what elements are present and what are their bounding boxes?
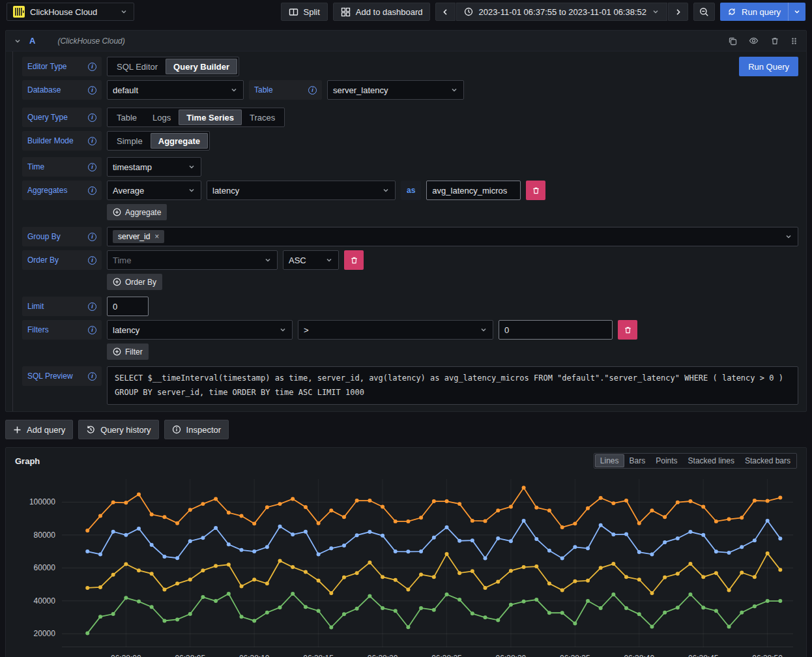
data-point[interactable]	[252, 549, 256, 553]
remove-order-by-button[interactable]	[344, 250, 364, 270]
data-point[interactable]	[701, 505, 705, 509]
data-point[interactable]	[406, 588, 410, 592]
data-point[interactable]	[304, 530, 308, 534]
data-point[interactable]	[227, 542, 231, 546]
data-point[interactable]	[573, 522, 577, 526]
option-sql-editor[interactable]: SQL Editor	[109, 59, 166, 74]
data-point[interactable]	[265, 505, 269, 509]
data-point[interactable]	[740, 516, 744, 519]
data-point[interactable]	[329, 626, 333, 630]
aggregate-function-select[interactable]: Average	[107, 181, 201, 200]
data-point[interactable]	[637, 521, 641, 525]
data-point[interactable]	[740, 546, 744, 549]
data-point[interactable]	[342, 613, 346, 617]
data-point[interactable]	[534, 506, 538, 510]
aggregate-column-select[interactable]: latency	[207, 181, 396, 200]
data-point[interactable]	[483, 519, 487, 523]
data-point[interactable]	[471, 519, 474, 523]
filter-column-select[interactable]: latency	[107, 320, 293, 340]
data-point[interactable]	[509, 603, 513, 607]
data-point[interactable]	[586, 506, 590, 510]
data-point[interactable]	[240, 585, 244, 589]
time-shift-forward-button[interactable]	[668, 3, 688, 21]
data-point[interactable]	[611, 501, 615, 505]
data-point[interactable]	[137, 600, 141, 604]
data-point[interactable]	[265, 546, 269, 549]
add-aggregate-button[interactable]: Aggregate	[107, 204, 167, 220]
data-point[interactable]	[85, 632, 89, 635]
data-point[interactable]	[381, 534, 384, 538]
data-point[interactable]	[599, 566, 603, 570]
data-point[interactable]	[124, 596, 128, 600]
data-point[interactable]	[98, 514, 102, 518]
data-point[interactable]	[201, 502, 205, 506]
data-point[interactable]	[342, 576, 346, 579]
data-point[interactable]	[227, 562, 231, 566]
data-point[interactable]	[150, 543, 154, 547]
data-point[interactable]	[317, 609, 321, 613]
option-stacked-bars[interactable]: Stacked bars	[740, 454, 796, 467]
data-point[interactable]	[637, 613, 641, 617]
data-point[interactable]	[444, 592, 448, 596]
data-point[interactable]	[381, 575, 384, 579]
data-point[interactable]	[496, 580, 500, 584]
data-point[interactable]	[98, 585, 102, 589]
data-point[interactable]	[547, 549, 551, 553]
data-point[interactable]	[162, 515, 166, 519]
data-point[interactable]	[714, 519, 718, 523]
split-button[interactable]: Split	[281, 3, 328, 21]
query-ref-id[interactable]: A	[29, 36, 35, 46]
data-point[interactable]	[368, 530, 371, 534]
data-point[interactable]	[586, 599, 590, 603]
data-point[interactable]	[85, 549, 89, 553]
data-point[interactable]	[329, 591, 333, 595]
delete-query-button[interactable]	[769, 35, 781, 47]
option-logs[interactable]: Logs	[145, 110, 179, 125]
hide-query-button[interactable]	[747, 35, 760, 47]
data-point[interactable]	[727, 589, 731, 592]
data-point[interactable]	[278, 502, 282, 506]
data-point[interactable]	[342, 515, 346, 519]
data-point[interactable]	[663, 515, 667, 519]
option-traces[interactable]: Traces	[242, 110, 283, 125]
option-simple[interactable]: Simple	[109, 133, 151, 149]
data-point[interactable]	[214, 497, 218, 501]
data-point[interactable]	[432, 499, 436, 503]
data-point[interactable]	[547, 582, 551, 586]
option-aggregate[interactable]: Aggregate	[151, 133, 208, 149]
data-point[interactable]	[111, 612, 115, 616]
data-point[interactable]	[663, 576, 667, 579]
data-point[interactable]	[98, 615, 102, 619]
data-point[interactable]	[355, 607, 359, 611]
data-point[interactable]	[560, 611, 564, 615]
data-point[interactable]	[317, 553, 321, 557]
data-point[interactable]	[688, 499, 692, 503]
data-point[interactable]	[444, 525, 448, 529]
data-point[interactable]	[611, 592, 615, 596]
data-point[interactable]	[701, 533, 705, 537]
data-point[interactable]	[214, 526, 218, 530]
data-point[interactable]	[304, 505, 308, 509]
data-point[interactable]	[188, 508, 192, 512]
remove-tag-icon[interactable]: ×	[154, 232, 159, 241]
data-point[interactable]	[188, 539, 192, 543]
remove-aggregate-button[interactable]	[526, 181, 545, 200]
data-point[interactable]	[381, 606, 384, 610]
data-point[interactable]	[175, 582, 179, 586]
data-point[interactable]	[124, 562, 128, 566]
data-point[interactable]	[214, 564, 218, 568]
data-point[interactable]	[124, 533, 128, 537]
data-point[interactable]	[496, 508, 500, 512]
data-point[interactable]	[766, 519, 770, 523]
data-point[interactable]	[586, 546, 590, 550]
data-point[interactable]	[394, 609, 398, 613]
data-point[interactable]	[150, 512, 154, 516]
data-point[interactable]	[560, 525, 564, 529]
data-point[interactable]	[419, 516, 423, 519]
data-point[interactable]	[111, 573, 115, 577]
data-point[interactable]	[611, 562, 615, 566]
data-point[interactable]	[727, 518, 731, 521]
data-point[interactable]	[201, 595, 205, 599]
data-point[interactable]	[522, 519, 526, 523]
data-point[interactable]	[457, 598, 461, 602]
